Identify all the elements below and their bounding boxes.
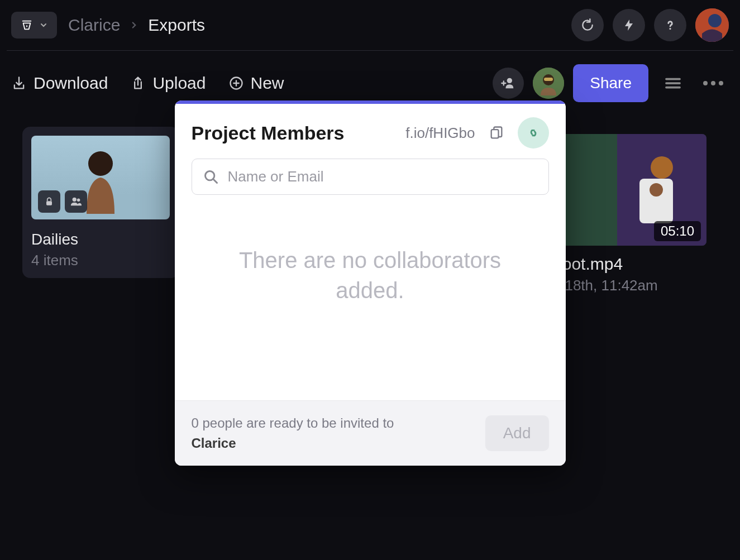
refresh-icon bbox=[580, 18, 595, 32]
lock-icon bbox=[44, 196, 55, 207]
breadcrumb-project[interactable]: Clarice bbox=[68, 16, 120, 35]
help-button[interactable] bbox=[654, 9, 686, 41]
share-link-text[interactable]: f.io/fHIGbo bbox=[405, 125, 475, 142]
breadcrumb: Clarice Exports bbox=[68, 16, 205, 35]
svg-rect-18 bbox=[491, 130, 498, 138]
toolbar-right: Share bbox=[493, 64, 729, 102]
svg-point-8 bbox=[88, 151, 113, 176]
svg-point-2 bbox=[708, 14, 722, 27]
download-button[interactable]: Download bbox=[11, 74, 108, 93]
footer-text: 0 people are ready to be invited to Clar… bbox=[192, 413, 394, 453]
transfer-button[interactable] bbox=[613, 9, 645, 41]
add-button[interactable]: Add bbox=[485, 415, 549, 451]
search-input[interactable] bbox=[228, 168, 537, 185]
folder-card[interactable]: Dailies 4 items bbox=[22, 127, 179, 278]
chevron-down-icon bbox=[39, 21, 48, 30]
upload-button[interactable]: Upload bbox=[130, 74, 206, 93]
download-icon bbox=[11, 75, 27, 91]
copy-link-button[interactable] bbox=[484, 121, 509, 145]
user-avatar[interactable] bbox=[695, 8, 729, 42]
collaborator-avatar[interactable] bbox=[533, 68, 564, 99]
search-box[interactable] bbox=[192, 159, 549, 195]
svg-point-10 bbox=[73, 198, 77, 202]
modal-header-actions: f.io/fHIGbo bbox=[405, 117, 548, 149]
chevron-right-icon bbox=[129, 20, 139, 30]
dot-icon bbox=[719, 81, 723, 85]
lightning-icon bbox=[622, 18, 636, 32]
project-members-modal: Project Members f.io/fHIGbo bbox=[175, 100, 566, 466]
svg-point-15 bbox=[651, 156, 673, 179]
folder-subtitle: 4 items bbox=[31, 252, 170, 269]
question-icon bbox=[663, 18, 677, 32]
folder-thumbnail bbox=[31, 136, 170, 219]
app-logo-icon bbox=[20, 18, 34, 32]
svg-rect-7 bbox=[544, 78, 553, 81]
empty-state-text: There are no collaborators added. bbox=[192, 195, 549, 384]
new-label: New bbox=[251, 74, 284, 93]
upload-icon bbox=[130, 75, 146, 91]
lock-icon-button[interactable] bbox=[38, 190, 60, 213]
download-label: Download bbox=[34, 74, 108, 93]
svg-point-4 bbox=[507, 78, 512, 83]
header-right bbox=[571, 8, 729, 42]
more-button[interactable] bbox=[698, 81, 729, 85]
list-icon bbox=[663, 73, 683, 93]
dot-icon bbox=[711, 81, 715, 85]
svg-point-0 bbox=[669, 28, 671, 30]
toolbar-left: Download Upload New bbox=[11, 74, 284, 93]
copy-icon bbox=[489, 125, 504, 141]
people-icon bbox=[70, 195, 82, 208]
app-menu-button[interactable] bbox=[11, 12, 57, 39]
new-button[interactable]: New bbox=[228, 74, 284, 93]
add-member-button[interactable] bbox=[493, 68, 524, 99]
list-view-button[interactable] bbox=[657, 73, 689, 93]
breadcrumb-folder[interactable]: Exports bbox=[148, 16, 205, 35]
folder-title: Dailies bbox=[31, 231, 170, 248]
search-icon bbox=[203, 169, 219, 185]
duration-badge: 05:10 bbox=[654, 221, 701, 241]
modal-body: There are no collaborators added. bbox=[175, 159, 566, 400]
modal-footer: 0 people are ready to be invited to Clar… bbox=[175, 400, 566, 466]
modal-header: Project Members f.io/fHIGbo bbox=[175, 104, 566, 159]
svg-point-17 bbox=[650, 183, 663, 197]
plus-circle-icon bbox=[228, 75, 244, 91]
upload-label: Upload bbox=[152, 74, 206, 93]
dot-icon bbox=[703, 81, 708, 85]
footer-prefix: 0 people are ready to be invited to bbox=[192, 415, 394, 430]
people-icon-button[interactable] bbox=[65, 190, 87, 213]
add-person-icon bbox=[500, 75, 516, 91]
top-header: Clarice Exports bbox=[0, 0, 740, 50]
header-left: Clarice Exports bbox=[11, 12, 205, 39]
modal-title: Project Members bbox=[192, 122, 345, 144]
svg-rect-9 bbox=[46, 201, 52, 205]
share-button[interactable]: Share bbox=[573, 64, 648, 102]
link-settings-button[interactable] bbox=[518, 117, 549, 149]
svg-point-11 bbox=[77, 199, 80, 202]
footer-project-name: Clarice bbox=[192, 435, 236, 451]
refresh-button[interactable] bbox=[571, 9, 604, 41]
link-icon bbox=[526, 125, 541, 141]
